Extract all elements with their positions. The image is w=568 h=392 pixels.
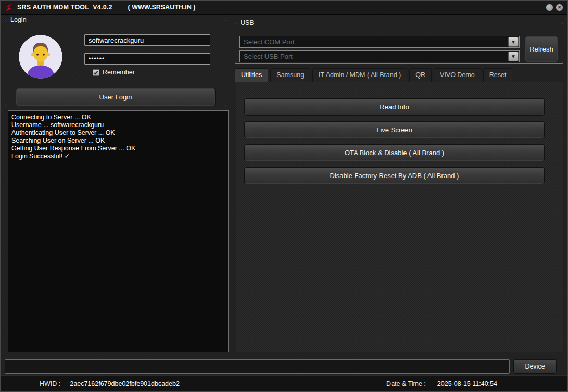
login-group-label: Login	[8, 16, 29, 23]
remember-row: ✔ Remember	[93, 69, 135, 76]
app-window: SRS AUTH MDM TOOL_V4.0.2 ( WWW.SRSAUTH.I…	[0, 0, 568, 392]
status-bar: HWID : 2aec7162f679dbe02fbfe901dbcadeb2 …	[1, 375, 567, 391]
read-info-button[interactable]: Read Info	[244, 98, 545, 116]
usb-port-select[interactable]: Select USB Port ▼	[239, 50, 520, 62]
hwid-value: 2aec7162f679dbe02fbfe901dbcadeb2	[70, 380, 180, 387]
close-button[interactable]: ✕	[556, 4, 563, 11]
title-bar: SRS AUTH MDM TOOL_V4.0.2 ( WWW.SRSAUTH.I…	[1, 1, 567, 15]
log-line: Authenticating User to Server ... OK	[11, 129, 225, 137]
log-output[interactable]: Connecting to Server ... OKUsername ... …	[8, 110, 229, 352]
password-input[interactable]	[84, 53, 210, 65]
ota-block-disable-all-brand-button[interactable]: OTA Block & Disable ( All Brand )	[244, 144, 545, 161]
tab-it-admin-mdm-all-brand[interactable]: IT Admin / MDM ( All Brand )	[312, 68, 407, 82]
hwid-label: HWID :	[40, 380, 60, 387]
tab-utilities[interactable]: Utilities	[235, 68, 268, 82]
utilities-panel: Read InfoLive ScreenOTA Block & Disable …	[236, 82, 563, 352]
srs-logo-icon	[5, 3, 14, 12]
log-line: Username ... softwarecrackguru	[11, 121, 225, 129]
login-group: Login ✔ Remember User Login	[5, 16, 226, 106]
device-button[interactable]: Device	[513, 359, 557, 374]
usb-port-placeholder: Select USB Port	[240, 53, 508, 60]
app-title: SRS AUTH MDM TOOL_V4.0.2	[17, 4, 112, 11]
log-line: Getting User Response From Server ... OK	[11, 145, 225, 153]
com-port-placeholder: Select COM Port	[240, 38, 508, 46]
tab-bar: UtilitiesSamsungIT Admin / MDM ( All Bra…	[235, 69, 562, 82]
tab-reset[interactable]: Reset	[483, 68, 513, 82]
remember-label: Remember	[103, 69, 135, 76]
log-line: Connecting to Server ... OK	[11, 113, 225, 121]
tab-qr[interactable]: QR	[409, 68, 432, 82]
usb-group-label: USB	[238, 19, 256, 27]
app-subtitle: ( WWW.SRSAUTH.IN )	[128, 4, 196, 11]
log-line: Login Successful! ✓	[11, 153, 225, 160]
disable-factory-reset-by-adb-all-brand-button[interactable]: Disable Factory Reset By ADB ( All Brand…	[244, 167, 545, 184]
user-login-button[interactable]: User Login	[16, 88, 216, 106]
datetime-label: Date & Time :	[386, 380, 426, 387]
minimize-button[interactable]: —	[546, 4, 553, 11]
tab-samsung[interactable]: Samsung	[270, 68, 310, 82]
usb-group: USB Select COM Port ▼ Select USB Port ▼ …	[235, 19, 563, 64]
refresh-button[interactable]: Refresh	[525, 36, 558, 62]
progress-bar	[5, 359, 510, 374]
chevron-down-icon[interactable]: ▼	[508, 37, 519, 47]
log-line: Searching User on Server ... OK	[11, 137, 225, 145]
live-screen-button[interactable]: Live Screen	[244, 121, 545, 138]
username-input[interactable]	[84, 34, 210, 46]
remember-checkbox[interactable]: ✔	[93, 69, 99, 76]
com-port-select[interactable]: Select COM Port ▼	[239, 36, 520, 48]
tab-vivo-demo[interactable]: VIVO Demo	[434, 68, 481, 82]
user-avatar	[19, 35, 62, 79]
window-controls: — ✕	[546, 4, 563, 11]
datetime-value: 2025-08-15 11:40:54	[437, 380, 497, 387]
chevron-down-icon[interactable]: ▼	[508, 52, 519, 61]
